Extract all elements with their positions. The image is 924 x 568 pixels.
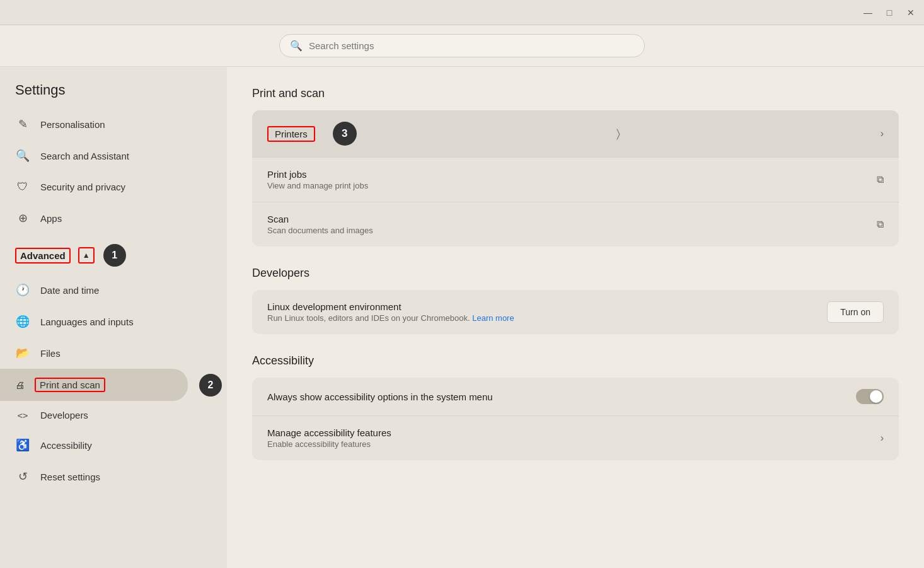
sidebar: Settings ✎ Personalisation 🔍 Search and …: [0, 67, 227, 568]
print-jobs-title: Print jobs: [267, 169, 877, 180]
developers-section-title: Developers: [252, 267, 899, 280]
print-scan-icon: 🖨: [15, 380, 25, 390]
manage-accessibility-content: Manage accessibility features Enable acc…: [267, 427, 881, 449]
developers-section: Developers Linux development environment…: [252, 267, 899, 334]
sidebar-label-personalisation: Personalisation: [40, 119, 105, 130]
search-bar-container: 🔍: [279, 34, 645, 57]
advanced-section: Advanced ▲ 1 🕐 Date and time 🌐 Languages…: [0, 236, 227, 492]
printers-row[interactable]: Printers 3 〉 ›: [252, 110, 899, 158]
sidebar-item-developers[interactable]: <> Developers: [0, 401, 222, 429]
security-icon: 🛡: [15, 180, 30, 194]
developers-card: Linux development environment Run Linux …: [252, 290, 899, 334]
sidebar-item-personalisation[interactable]: ✎ Personalisation: [0, 108, 222, 140]
reset-icon: ↺: [15, 470, 30, 484]
sidebar-item-search-assistant[interactable]: 🔍 Search and Assistant: [0, 140, 222, 171]
titlebar-controls: — □ ✕: [862, 7, 916, 18]
scan-row[interactable]: Scan Scan documents and images ⧉: [252, 202, 899, 246]
scan-subtitle: Scan documents and images: [267, 226, 877, 235]
printers-arrow-icon: ›: [881, 128, 884, 139]
manage-accessibility-arrow-icon: ›: [881, 432, 884, 444]
always-show-accessibility-content: Always show accessibility options in the…: [267, 391, 856, 402]
linux-dev-subtitle: Run Linux tools, editors and IDEs on you…: [267, 313, 817, 323]
sidebar-item-languages-inputs[interactable]: 🌐 Languages and inputs: [0, 306, 222, 337]
sidebar-header: Settings: [0, 67, 227, 108]
developers-icon: <>: [15, 410, 30, 420]
accessibility-section: Accessibility Always show accessibility …: [252, 354, 899, 460]
apps-icon: ⊕: [15, 211, 30, 225]
toggle-knob: [870, 390, 882, 403]
sidebar-label-files: Files: [40, 348, 61, 359]
print-jobs-subtitle: View and manage print jobs: [267, 181, 877, 190]
app-container: Settings ✎ Personalisation 🔍 Search and …: [0, 67, 924, 568]
scan-content: Scan Scan documents and images: [267, 214, 877, 235]
annotation-badge-1: 1: [103, 244, 126, 267]
sidebar-item-files[interactable]: 📂 Files: [0, 337, 222, 369]
printers-label: Printers: [267, 126, 315, 142]
sidebar-item-security-privacy[interactable]: 🛡 Security and privacy: [0, 171, 222, 202]
linux-dev-content: Linux development environment Run Linux …: [267, 301, 817, 323]
sidebar-item-accessibility[interactable]: ♿ Accessibility: [0, 429, 222, 461]
sidebar-item-date-time[interactable]: 🕐 Date and time: [0, 274, 222, 306]
files-icon: 📂: [15, 346, 30, 360]
sidebar-label-apps: Apps: [40, 213, 62, 224]
sidebar-item-reset-settings[interactable]: ↺ Reset settings: [0, 461, 222, 492]
titlebar: — □ ✕: [0, 0, 924, 25]
manage-accessibility-title: Manage accessibility features: [267, 427, 881, 438]
sidebar-label-accessibility: Accessibility: [40, 440, 92, 451]
advanced-header[interactable]: Advanced ▲ 1: [0, 236, 227, 274]
advanced-label: Advanced: [15, 248, 71, 264]
manage-accessibility-subtitle: Enable accessibility features: [267, 439, 881, 449]
sidebar-item-apps[interactable]: ⊕ Apps: [0, 202, 222, 234]
sidebar-item-print-scan[interactable]: 🖨 Print and scan: [0, 369, 188, 401]
annotation-badge-2: 2: [199, 374, 222, 397]
linux-dev-row: Linux development environment Run Linux …: [252, 290, 899, 334]
sidebar-print-scan-row: 🖨 Print and scan 2: [0, 369, 222, 401]
print-jobs-external-icon: ⧉: [877, 174, 884, 185]
accessibility-toggle[interactable]: [856, 389, 884, 404]
always-show-accessibility-row: Always show accessibility options in the…: [252, 378, 899, 416]
always-show-accessibility-title: Always show accessibility options in the…: [267, 391, 856, 402]
personalisation-icon: ✎: [15, 117, 30, 131]
print-scan-card: Printers 3 〉 › Print jobs View and manag…: [252, 110, 899, 246]
maximize-button[interactable]: □: [884, 7, 895, 18]
sidebar-label-date-time: Date and time: [40, 285, 99, 296]
advanced-collapse-button[interactable]: ▲: [78, 247, 95, 264]
languages-icon: 🌐: [15, 315, 30, 328]
turn-on-button[interactable]: Turn on: [827, 301, 884, 323]
linux-dev-title: Linux development environment: [267, 301, 817, 312]
close-button[interactable]: ✕: [905, 7, 916, 18]
sidebar-label-developers: Developers: [40, 410, 88, 420]
minimize-button[interactable]: —: [862, 7, 874, 18]
sidebar-label-languages-inputs: Languages and inputs: [40, 316, 134, 327]
top-bar: 🔍: [0, 25, 924, 67]
search-input[interactable]: [309, 40, 634, 51]
scan-external-icon: ⧉: [877, 219, 884, 230]
date-time-icon: 🕐: [15, 283, 30, 297]
content-area: Print and scan Printers 3 〉 › Print jobs…: [227, 67, 924, 568]
sidebar-label-search-assistant: Search and Assistant: [40, 151, 129, 161]
print-scan-label-box: Print and scan: [35, 378, 105, 392]
manage-accessibility-row[interactable]: Manage accessibility features Enable acc…: [252, 416, 899, 460]
scan-title: Scan: [267, 214, 877, 224]
print-scan-section: Print and scan Printers 3 〉 › Print jobs…: [252, 87, 899, 246]
annotation-badge-3: 3: [333, 122, 357, 146]
search-assistant-icon: 🔍: [15, 149, 30, 163]
sidebar-label-security-privacy: Security and privacy: [40, 182, 125, 192]
accessibility-card: Always show accessibility options in the…: [252, 378, 899, 460]
accessibility-icon: ♿: [15, 438, 30, 452]
learn-more-link[interactable]: Learn more: [472, 313, 514, 323]
search-icon: 🔍: [290, 40, 303, 52]
sidebar-label-reset-settings: Reset settings: [40, 472, 100, 482]
cursor-indicator: 〉: [616, 127, 620, 141]
print-jobs-row[interactable]: Print jobs View and manage print jobs ⧉: [252, 158, 899, 202]
print-scan-section-title: Print and scan: [252, 87, 899, 100]
accessibility-section-title: Accessibility: [252, 354, 899, 368]
print-jobs-content: Print jobs View and manage print jobs: [267, 169, 877, 190]
